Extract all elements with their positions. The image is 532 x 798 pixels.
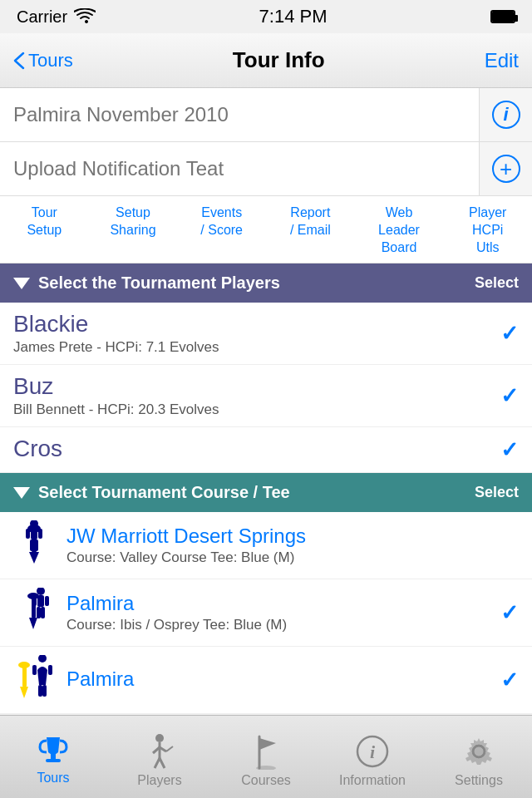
tab-report-email[interactable]: Report / Email <box>266 201 355 263</box>
tab-events-score[interactable]: Events / Score <box>177 201 266 263</box>
course-item[interactable]: Palmira ✓ <box>0 647 532 714</box>
tab-information[interactable]: i Information <box>319 727 426 788</box>
edit-button[interactable]: Edit <box>485 49 519 72</box>
golfer-icon <box>141 733 178 770</box>
courses-section-title: Select Tournament Course / Tee <box>38 483 290 502</box>
svg-line-32 <box>155 758 160 768</box>
svg-line-34 <box>166 746 173 751</box>
player-name: Buz <box>13 373 219 400</box>
course-checkmark: ✓ <box>500 667 519 693</box>
wifi-icon <box>74 8 96 25</box>
collapse-triangle-icon[interactable] <box>13 278 30 289</box>
svg-point-28 <box>155 734 164 742</box>
back-button[interactable]: Tours <box>13 50 73 71</box>
tab-player-hcpi-utls[interactable]: Player HCPi Utls <box>443 201 532 263</box>
info-circle-icon: i <box>492 101 520 129</box>
course-name: JW Marriott Desert Springs <box>66 525 519 548</box>
tour-name-input[interactable] <box>0 88 479 141</box>
players-section-header: Select the Tournament Players Select <box>0 264 532 303</box>
tab-tour-setup[interactable]: Tour Setup <box>0 201 89 263</box>
svg-rect-14 <box>32 596 37 606</box>
svg-rect-15 <box>45 596 49 606</box>
svg-rect-22 <box>32 665 37 675</box>
courses-select-button[interactable]: Select <box>475 484 519 501</box>
svg-line-33 <box>160 758 165 768</box>
players-section-title: Select the Tournament Players <box>38 273 280 293</box>
course-detail: Course: Ibis / Osprey Tee: Blue (M) <box>66 617 489 633</box>
svg-rect-4 <box>31 528 37 539</box>
tour-name-row: i <box>0 88 532 142</box>
status-bar: Carrier 7:14 PM <box>0 0 532 33</box>
tab-tours-label: Tours <box>37 771 69 786</box>
svg-marker-20 <box>20 687 28 698</box>
page-title: Tour Info <box>233 47 325 73</box>
golf-tee-icon <box>13 655 55 705</box>
back-chevron-icon <box>13 52 25 70</box>
svg-rect-7 <box>30 539 34 551</box>
player-detail: James Prete - HCPi: 7.1 Evolves <box>13 339 219 356</box>
course-item[interactable]: Palmira Course: Ibis / Osprey Tee: Blue … <box>0 579 532 647</box>
course-checkmark: ✓ <box>500 600 519 626</box>
svg-rect-8 <box>34 539 38 551</box>
course-item[interactable]: JW Marriott Desert Springs Course: Valle… <box>0 512 532 579</box>
carrier-label: Carrier <box>17 7 67 27</box>
trophy-icon <box>35 736 71 767</box>
svg-rect-16 <box>37 607 41 618</box>
svg-rect-23 <box>48 665 52 675</box>
upload-add-button[interactable]: + <box>479 142 532 195</box>
svg-point-19 <box>18 662 30 668</box>
tab-settings[interactable]: Settings <box>426 727 532 788</box>
svg-point-21 <box>38 655 47 663</box>
collapse-triangle-icon[interactable] <box>13 487 30 499</box>
courses-section-header: Select Tournament Course / Tee Select <box>0 473 532 512</box>
golf-tee-icon <box>13 520 55 570</box>
tab-bar: Tours Players Courses i Information <box>0 715 532 798</box>
player-name: Blackie <box>13 311 219 337</box>
upload-notification-input[interactable] <box>0 142 479 195</box>
info-tab-icon: i <box>354 733 391 770</box>
tab-information-label: Information <box>339 773 406 788</box>
secondary-tabs: Tour Setup Setup Sharing Events / Score … <box>0 196 532 264</box>
course-name: Palmira <box>66 592 489 615</box>
flag-icon <box>248 733 284 770</box>
tab-courses-label: Courses <box>241 773 291 788</box>
svg-rect-17 <box>41 607 45 618</box>
svg-text:i: i <box>370 741 376 762</box>
upload-notification-row: + <box>0 142 532 196</box>
player-checkmark: ✓ <box>500 383 519 409</box>
plus-circle-icon: + <box>492 155 520 183</box>
status-time: 7:14 PM <box>259 6 328 27</box>
battery-icon <box>490 10 515 23</box>
svg-marker-2 <box>29 552 39 564</box>
tab-web-leader-board[interactable]: Web Leader Board <box>355 201 444 263</box>
svg-marker-11 <box>29 618 37 629</box>
svg-rect-6 <box>38 529 42 539</box>
player-item[interactable]: Buz Bill Bennett - HCPi: 20.3 Evolves ✓ <box>0 365 532 427</box>
course-detail: Course: Valley Course Tee: Blue (M) <box>66 549 519 566</box>
tab-setup-sharing[interactable]: Setup Sharing <box>89 201 178 263</box>
svg-rect-25 <box>42 685 47 697</box>
tab-players-label: Players <box>137 773 181 788</box>
gear-icon <box>461 733 497 770</box>
svg-rect-26 <box>51 752 56 759</box>
nav-bar: Tours Tour Info Edit <box>0 33 532 88</box>
svg-rect-24 <box>38 685 42 697</box>
players-select-button[interactable]: Select <box>475 274 519 292</box>
course-name: Palmira <box>66 667 489 691</box>
svg-rect-5 <box>26 529 30 539</box>
tab-courses[interactable]: Courses <box>213 727 319 788</box>
player-item[interactable]: Cros ✓ <box>0 427 532 473</box>
tab-players[interactable]: Players <box>106 727 213 788</box>
tab-tours[interactable]: Tours <box>0 729 106 786</box>
golf-tee-icon <box>13 588 55 638</box>
svg-rect-13 <box>37 595 44 607</box>
player-checkmark: ✓ <box>500 321 519 347</box>
player-detail: Bill Bennett - HCPi: 20.3 Evolves <box>13 401 219 418</box>
player-checkmark: ✓ <box>500 437 519 463</box>
tab-settings-label: Settings <box>455 773 503 788</box>
player-name: Cros <box>13 436 62 462</box>
tour-info-button[interactable]: i <box>479 88 532 141</box>
svg-rect-27 <box>46 759 61 762</box>
player-item[interactable]: Blackie James Prete - HCPi: 7.1 Evolves … <box>0 303 532 365</box>
